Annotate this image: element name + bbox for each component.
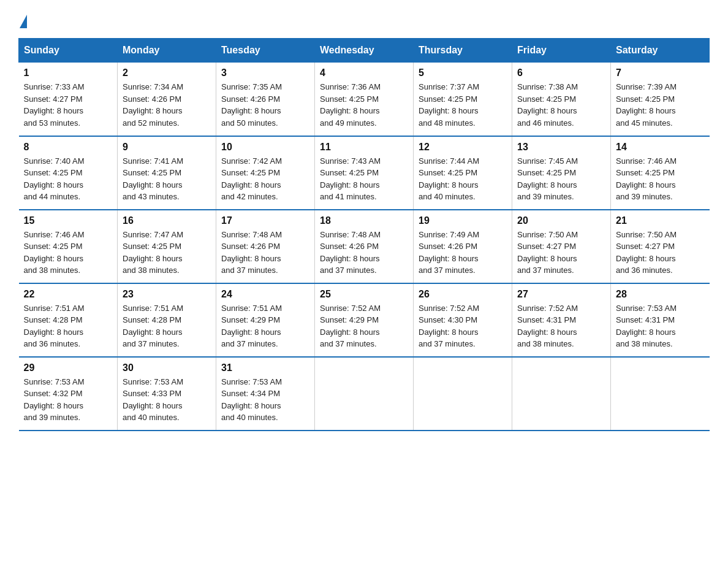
- calendar-cell: 28 Sunrise: 7:53 AM Sunset: 4:31 PM Dayl…: [611, 283, 710, 357]
- day-number: 15: [24, 215, 113, 226]
- calendar-week-row: 1 Sunrise: 7:33 AM Sunset: 4:27 PM Dayli…: [19, 63, 710, 136]
- calendar-cell: 2 Sunrise: 7:34 AM Sunset: 4:26 PM Dayli…: [118, 63, 216, 136]
- calendar-cell: 23 Sunrise: 7:51 AM Sunset: 4:28 PM Dayl…: [118, 283, 216, 357]
- day-number: 13: [517, 142, 605, 153]
- day-number: 10: [221, 142, 309, 153]
- page-header: [18, 12, 710, 26]
- day-info: Sunrise: 7:48 AM Sunset: 4:26 PM Dayligh…: [221, 229, 309, 277]
- weekday-header-tuesday: Tuesday: [216, 39, 315, 63]
- calendar-cell: [512, 357, 611, 431]
- calendar-cell: 14 Sunrise: 7:46 AM Sunset: 4:25 PM Dayl…: [611, 136, 710, 210]
- day-number: 5: [419, 67, 507, 79]
- calendar-cell: 4 Sunrise: 7:36 AM Sunset: 4:25 PM Dayli…: [315, 63, 414, 136]
- calendar-cell: 12 Sunrise: 7:44 AM Sunset: 4:25 PM Dayl…: [414, 136, 512, 210]
- calendar-table: SundayMondayTuesdayWednesdayThursdayFrid…: [18, 38, 710, 431]
- day-number: 12: [419, 142, 507, 153]
- calendar-cell: 17 Sunrise: 7:48 AM Sunset: 4:26 PM Dayl…: [216, 210, 315, 283]
- day-number: 19: [419, 215, 507, 226]
- day-info: Sunrise: 7:44 AM Sunset: 4:25 PM Dayligh…: [419, 155, 507, 203]
- day-number: 11: [320, 142, 408, 153]
- day-info: Sunrise: 7:51 AM Sunset: 4:28 PM Dayligh…: [24, 302, 113, 350]
- calendar-cell: 16 Sunrise: 7:47 AM Sunset: 4:25 PM Dayl…: [118, 210, 216, 283]
- calendar-cell: 9 Sunrise: 7:41 AM Sunset: 4:25 PM Dayli…: [118, 136, 216, 210]
- day-number: 25: [320, 289, 408, 300]
- calendar-cell: 18 Sunrise: 7:48 AM Sunset: 4:26 PM Dayl…: [315, 210, 414, 283]
- day-number: 30: [123, 362, 211, 373]
- calendar-cell: 25 Sunrise: 7:52 AM Sunset: 4:29 PM Dayl…: [315, 283, 414, 357]
- day-info: Sunrise: 7:46 AM Sunset: 4:25 PM Dayligh…: [24, 229, 113, 277]
- day-info: Sunrise: 7:36 AM Sunset: 4:25 PM Dayligh…: [320, 81, 408, 129]
- day-info: Sunrise: 7:46 AM Sunset: 4:25 PM Dayligh…: [616, 155, 705, 203]
- day-number: 24: [221, 289, 309, 300]
- calendar-cell: 24 Sunrise: 7:51 AM Sunset: 4:29 PM Dayl…: [216, 283, 315, 357]
- calendar-cell: 11 Sunrise: 7:43 AM Sunset: 4:25 PM Dayl…: [315, 136, 414, 210]
- calendar-cell: 5 Sunrise: 7:37 AM Sunset: 4:25 PM Dayli…: [414, 63, 512, 136]
- calendar-cell: [414, 357, 512, 431]
- calendar-week-row: 8 Sunrise: 7:40 AM Sunset: 4:25 PM Dayli…: [19, 136, 710, 210]
- day-number: 4: [320, 67, 408, 79]
- day-number: 9: [123, 142, 211, 153]
- calendar-cell: 29 Sunrise: 7:53 AM Sunset: 4:32 PM Dayl…: [19, 357, 118, 431]
- weekday-header-sunday: Sunday: [19, 39, 118, 63]
- day-number: 6: [517, 67, 605, 79]
- day-info: Sunrise: 7:35 AM Sunset: 4:26 PM Dayligh…: [221, 81, 309, 129]
- day-info: Sunrise: 7:34 AM Sunset: 4:26 PM Dayligh…: [123, 81, 211, 129]
- day-number: 21: [616, 215, 705, 226]
- day-info: Sunrise: 7:39 AM Sunset: 4:25 PM Dayligh…: [616, 81, 705, 129]
- calendar-cell: 20 Sunrise: 7:50 AM Sunset: 4:27 PM Dayl…: [512, 210, 611, 283]
- day-info: Sunrise: 7:51 AM Sunset: 4:29 PM Dayligh…: [221, 302, 309, 350]
- day-number: 27: [517, 289, 605, 300]
- calendar-cell: 27 Sunrise: 7:52 AM Sunset: 4:31 PM Dayl…: [512, 283, 611, 357]
- day-info: Sunrise: 7:53 AM Sunset: 4:31 PM Dayligh…: [616, 302, 705, 350]
- day-number: 22: [24, 289, 113, 300]
- calendar-week-row: 29 Sunrise: 7:53 AM Sunset: 4:32 PM Dayl…: [19, 357, 710, 431]
- calendar-cell: 7 Sunrise: 7:39 AM Sunset: 4:25 PM Dayli…: [611, 63, 710, 136]
- calendar-cell: 1 Sunrise: 7:33 AM Sunset: 4:27 PM Dayli…: [19, 63, 118, 136]
- day-number: 7: [616, 67, 705, 79]
- calendar-cell: 22 Sunrise: 7:51 AM Sunset: 4:28 PM Dayl…: [19, 283, 118, 357]
- day-info: Sunrise: 7:48 AM Sunset: 4:26 PM Dayligh…: [320, 229, 408, 277]
- calendar-cell: 31 Sunrise: 7:53 AM Sunset: 4:34 PM Dayl…: [216, 357, 315, 431]
- day-info: Sunrise: 7:43 AM Sunset: 4:25 PM Dayligh…: [320, 155, 408, 203]
- day-info: Sunrise: 7:53 AM Sunset: 4:33 PM Dayligh…: [123, 376, 211, 424]
- day-number: 16: [123, 215, 211, 226]
- calendar-cell: 10 Sunrise: 7:42 AM Sunset: 4:25 PM Dayl…: [216, 136, 315, 210]
- day-info: Sunrise: 7:49 AM Sunset: 4:26 PM Dayligh…: [419, 229, 507, 277]
- day-info: Sunrise: 7:50 AM Sunset: 4:27 PM Dayligh…: [616, 229, 705, 277]
- day-info: Sunrise: 7:37 AM Sunset: 4:25 PM Dayligh…: [419, 81, 507, 129]
- day-info: Sunrise: 7:50 AM Sunset: 4:27 PM Dayligh…: [517, 229, 605, 277]
- day-number: 14: [616, 142, 705, 153]
- weekday-header-friday: Friday: [512, 39, 611, 63]
- day-info: Sunrise: 7:41 AM Sunset: 4:25 PM Dayligh…: [123, 155, 211, 203]
- day-info: Sunrise: 7:42 AM Sunset: 4:25 PM Dayligh…: [221, 155, 309, 203]
- day-number: 2: [123, 67, 211, 79]
- calendar-cell: 15 Sunrise: 7:46 AM Sunset: 4:25 PM Dayl…: [19, 210, 118, 283]
- day-number: 31: [221, 362, 309, 373]
- weekday-header-monday: Monday: [118, 39, 216, 63]
- day-info: Sunrise: 7:45 AM Sunset: 4:25 PM Dayligh…: [517, 155, 605, 203]
- calendar-cell: [611, 357, 710, 431]
- day-info: Sunrise: 7:53 AM Sunset: 4:32 PM Dayligh…: [24, 376, 113, 424]
- day-number: 20: [517, 215, 605, 226]
- day-number: 1: [24, 67, 113, 79]
- day-number: 29: [24, 362, 113, 373]
- calendar-cell: [315, 357, 414, 431]
- calendar-cell: 19 Sunrise: 7:49 AM Sunset: 4:26 PM Dayl…: [414, 210, 512, 283]
- calendar-week-row: 22 Sunrise: 7:51 AM Sunset: 4:28 PM Dayl…: [19, 283, 710, 357]
- calendar-cell: 3 Sunrise: 7:35 AM Sunset: 4:26 PM Dayli…: [216, 63, 315, 136]
- day-number: 28: [616, 289, 705, 300]
- day-number: 23: [123, 289, 211, 300]
- day-info: Sunrise: 7:52 AM Sunset: 4:31 PM Dayligh…: [517, 302, 605, 350]
- day-info: Sunrise: 7:52 AM Sunset: 4:30 PM Dayligh…: [419, 302, 507, 350]
- calendar-week-row: 15 Sunrise: 7:46 AM Sunset: 4:25 PM Dayl…: [19, 210, 710, 283]
- weekday-header-wednesday: Wednesday: [315, 39, 414, 63]
- day-info: Sunrise: 7:52 AM Sunset: 4:29 PM Dayligh…: [320, 302, 408, 350]
- day-number: 8: [24, 142, 113, 153]
- day-info: Sunrise: 7:40 AM Sunset: 4:25 PM Dayligh…: [24, 155, 113, 203]
- logo: [18, 12, 27, 26]
- calendar-cell: 26 Sunrise: 7:52 AM Sunset: 4:30 PM Dayl…: [414, 283, 512, 357]
- weekday-header-saturday: Saturday: [611, 39, 710, 63]
- day-info: Sunrise: 7:47 AM Sunset: 4:25 PM Dayligh…: [123, 229, 211, 277]
- day-info: Sunrise: 7:51 AM Sunset: 4:28 PM Dayligh…: [123, 302, 211, 350]
- calendar-cell: 30 Sunrise: 7:53 AM Sunset: 4:33 PM Dayl…: [118, 357, 216, 431]
